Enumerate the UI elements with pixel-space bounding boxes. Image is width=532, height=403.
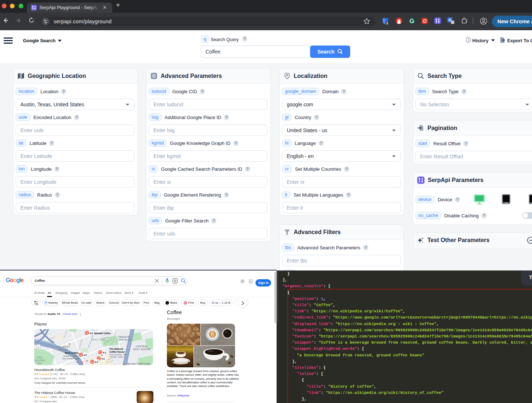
svg-text:Zilker: Zilker — [36, 356, 43, 359]
svg-text:4.4: 4.4 — [95, 361, 98, 363]
svg-text:4.5: 4.5 — [83, 354, 87, 356]
svg-text:AUSTIN: AUSTIN — [58, 348, 68, 351]
svg-text:Texas Capitol: Texas Capitol — [91, 338, 106, 341]
svg-text:4.8: 4.8 — [89, 332, 93, 335]
svg-text:Idlewild Coffee: Idlewild Coffee — [94, 332, 111, 335]
svg-text:Map data ©2025 Google: Map data ©2025 Google — [126, 363, 150, 365]
svg-text:CENTRAL: CENTRAL — [136, 345, 148, 348]
svg-text:Area institution with: Area institution with — [109, 353, 126, 356]
svg-text:The Hideout: The Hideout — [109, 348, 123, 350]
svg-text:shop & baked goods: shop & baked goods — [62, 357, 80, 360]
svg-text:a theater upstairs: a theater upstairs — [109, 356, 125, 358]
svg-text:Coffee House: Coffee House — [109, 351, 125, 353]
svg-text:4.5: 4.5 — [101, 357, 105, 360]
svg-text:DISTRICT: DISTRICT — [119, 339, 131, 341]
svg-text:EAST AUSTIN: EAST AUSTIN — [133, 348, 150, 351]
svg-text:Park: Park — [37, 362, 42, 364]
svg-text:Merit Coffee: Merit Coffee — [65, 352, 79, 354]
svg-text:OLD WEST: OLD WEST — [56, 345, 70, 348]
svg-text:etropolitan: etropolitan — [34, 359, 45, 362]
svg-text:Roastery, coffee: Roastery, coffee — [63, 355, 78, 357]
svg-text:4.3: 4.3 — [103, 351, 106, 354]
svg-text:MEDICAL: MEDICAL — [119, 336, 131, 338]
